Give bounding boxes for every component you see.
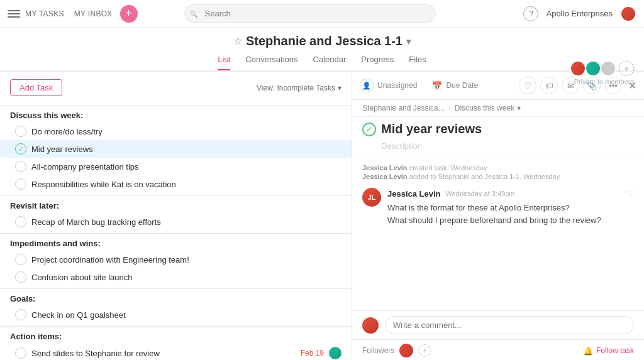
- task-check[interactable]: [15, 254, 26, 265]
- activity-time: Wednesday: [451, 164, 487, 172]
- view-filter[interactable]: View: Incomplete Tasks ▾: [257, 84, 341, 92]
- current-user-avatar: [362, 317, 379, 334]
- tag-icon[interactable]: 🏷: [540, 77, 558, 94]
- due-date-label: Due Date: [446, 81, 478, 90]
- breadcrumb-separator: ›: [448, 104, 451, 112]
- comment-input-row: [352, 310, 644, 339]
- search-bar: [184, 4, 436, 23]
- tab-calendar[interactable]: Calendar: [313, 52, 347, 70]
- tab-progress[interactable]: Progress: [361, 52, 394, 70]
- section-goals-label: Goals:: [10, 294, 35, 303]
- chevron-down-icon[interactable]: ▾: [406, 36, 411, 46]
- follower-avatar: [399, 344, 413, 357]
- task-text: All-company presentation tips: [31, 162, 341, 172]
- breadcrumb-section[interactable]: Discuss this week ▾: [455, 104, 521, 112]
- task-check[interactable]: [15, 216, 26, 227]
- close-button[interactable]: ✕: [628, 80, 636, 92]
- section-discuss-label: Discuss this week:: [10, 111, 83, 120]
- right-panel: 👤 Unassigned 📅 Due Date ♡ 🏷 ✉ 📎 ••• ✕ St…: [352, 72, 644, 360]
- task-row[interactable]: ⣿ All-company presentation tips: [0, 158, 352, 175]
- task-text: Responsibilities while Kat is on vacatio…: [31, 180, 341, 189]
- comment-meta: Jessica Levin Wednesday at 3:49pm ♡: [387, 188, 634, 199]
- task-complete-check[interactable]: ✓: [362, 123, 376, 136]
- my-tasks-link[interactable]: MY TASKS: [25, 9, 64, 18]
- section-action-label: Action items:: [10, 332, 62, 341]
- more-options-icon[interactable]: •••: [604, 77, 622, 94]
- task-row[interactable]: ⣿ Mid year reviews 👤 ⋯: [0, 140, 352, 158]
- tab-files[interactable]: Files: [409, 52, 426, 70]
- message-icon[interactable]: ✉: [562, 77, 579, 94]
- nav-right: ? Apollo Enterprises: [523, 6, 636, 22]
- section-goals: Goals:: [0, 288, 352, 306]
- task-check[interactable]: [15, 178, 26, 190]
- right-panel-header: 👤 Unassigned 📅 Due Date ♡ 🏷 ✉ 📎 ••• ✕: [352, 72, 644, 100]
- task-row[interactable]: ⣿ Check in on Q1 goalsheet: [0, 306, 352, 324]
- top-nav: MY TASKS MY INBOX + ? Apollo Enterprises: [0, 0, 644, 28]
- assignee-section[interactable]: 👤 Unassigned: [360, 79, 417, 92]
- star-icon[interactable]: ☆: [233, 35, 242, 47]
- task-title-area: ✓ Mid year reviews: [352, 117, 644, 139]
- main-content: Add Task View: Incomplete Tasks ▾ Discus…: [0, 72, 644, 360]
- assignee-label: Unassigned: [377, 81, 417, 90]
- hamburger-menu[interactable]: [8, 8, 20, 20]
- task-check[interactable]: [15, 143, 26, 155]
- activity-line: Jessica Levin created task. Wednesday: [362, 164, 634, 172]
- add-follower-button[interactable]: +: [418, 344, 431, 357]
- task-row[interactable]: ⣿ Responsibilities while Kat is on vacat…: [0, 175, 352, 193]
- description-placeholder: Description: [381, 141, 422, 151]
- task-assignee-avatar: [329, 347, 341, 359]
- my-inbox-link[interactable]: MY INBOX: [74, 9, 113, 18]
- task-row[interactable]: ⣿ Send slides to Stephanie for review Fe…: [0, 344, 352, 360]
- task-text: Recap of March bug tracking efforts: [31, 217, 341, 227]
- task-text: Project coordination with Engineering te…: [31, 255, 341, 265]
- activity-author: Jessica Levin: [362, 173, 408, 180]
- project-title-text: Stephanie and Jessica 1-1: [246, 34, 402, 48]
- comment-block: JL Jessica Levin Wednesday at 3:49pm ♡ W…: [362, 188, 634, 226]
- activity-line: Jessica Levin added to Stephanie and Jes…: [362, 173, 634, 180]
- task-check[interactable]: [15, 309, 26, 320]
- breadcrumb-chevron: ▾: [517, 104, 521, 112]
- tab-conversations[interactable]: Conversations: [245, 52, 297, 70]
- breadcrumb: Stephanie and Jessica... › Discuss this …: [352, 100, 644, 117]
- attach-icon[interactable]: 📎: [583, 77, 601, 94]
- user-avatar[interactable]: [620, 6, 636, 22]
- task-check[interactable]: [15, 347, 26, 359]
- breadcrumb-project[interactable]: Stephanie and Jessica...: [362, 104, 445, 112]
- task-check[interactable]: [15, 126, 26, 137]
- description-area[interactable]: Description: [352, 139, 644, 156]
- comment-like-icon[interactable]: ♡: [626, 188, 634, 199]
- followers-label: Followers: [362, 346, 394, 355]
- task-text: Send slides to Stephanie for review: [31, 349, 301, 358]
- task-text: Confusion about site launch: [31, 273, 341, 282]
- follow-task-button[interactable]: 🔔 Follow task: [583, 346, 634, 356]
- comment-input[interactable]: [385, 316, 634, 334]
- follow-task-label: Follow task: [596, 346, 634, 355]
- action-icons: ♡ 🏷 ✉ 📎 ••• ✕: [519, 77, 636, 94]
- task-row[interactable]: ⣿ Confusion about site launch: [0, 268, 352, 286]
- bell-icon: 🔔: [583, 346, 593, 356]
- like-icon[interactable]: ♡: [519, 77, 536, 94]
- comment-line-2: What should I prepare beforehand and bri…: [387, 214, 634, 227]
- task-date: Feb 19: [301, 349, 324, 357]
- due-date-section[interactable]: 📅 Due Date: [432, 81, 478, 90]
- create-button[interactable]: +: [120, 5, 138, 23]
- activity-author: Jessica Levin: [362, 164, 408, 172]
- task-text: Do more/do less/try: [31, 127, 341, 136]
- activity-area: Jessica Levin created task. Wednesday Je…: [352, 156, 644, 310]
- project-header: ☆ Stephanie and Jessica 1-1 ▾ List Conve…: [0, 28, 644, 71]
- task-row[interactable]: ⣿ Do more/do less/try: [0, 123, 352, 140]
- task-text: Check in on Q1 goalsheet: [31, 310, 341, 320]
- assignee-icon: 👤: [360, 79, 374, 92]
- add-task-button[interactable]: Add Task: [10, 79, 62, 96]
- breadcrumb-section-label: Discuss this week: [455, 104, 514, 112]
- task-check[interactable]: [15, 271, 26, 283]
- comment-body: Jessica Levin Wednesday at 3:49pm ♡ What…: [387, 188, 634, 226]
- task-text: Mid year reviews: [31, 145, 341, 154]
- search-input[interactable]: [184, 4, 436, 23]
- commenter-avatar: JL: [362, 188, 381, 207]
- task-check[interactable]: [15, 161, 26, 172]
- help-button[interactable]: ?: [523, 6, 538, 21]
- task-row[interactable]: ⣿ Recap of March bug tracking efforts: [0, 213, 352, 231]
- task-row[interactable]: ⣿ Project coordination with Engineering …: [0, 251, 352, 268]
- tab-list[interactable]: List: [218, 52, 230, 70]
